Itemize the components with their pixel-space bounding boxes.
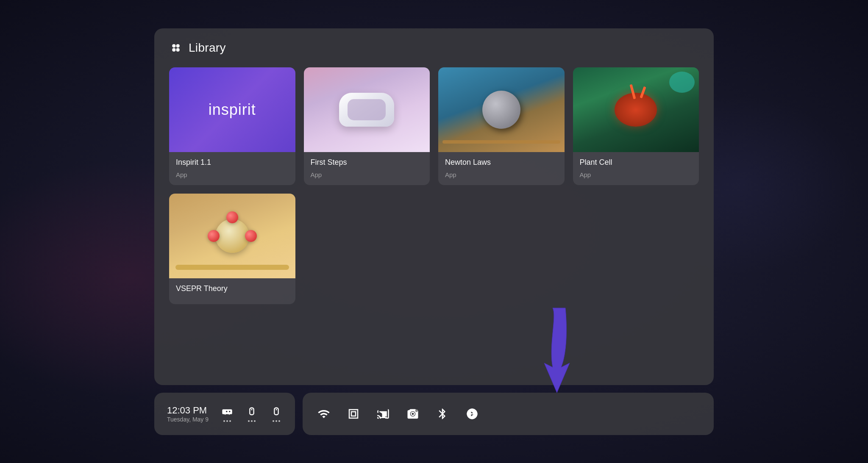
app-card-first-steps[interactable]: First Steps App <box>304 67 430 185</box>
vsepr-center-shape <box>215 219 249 253</box>
app-type-newton-laws: App <box>445 171 558 178</box>
taskbar-area: 12:03 PM Tuesday, May 9 <box>154 393 714 435</box>
thumb-newtonlaws <box>438 67 565 152</box>
vsepr-atom2 <box>208 230 220 242</box>
cell-body-shape <box>615 93 657 127</box>
app-thumbnail-first-steps <box>304 67 430 152</box>
taskbar-right <box>303 393 714 435</box>
app-name-inspirit: Inspirit 1.1 <box>176 158 289 167</box>
vsepr-atom1 <box>226 211 238 223</box>
time-display: 12:03 PM Tuesday, May 9 <box>167 405 209 423</box>
controller-right-dots <box>273 420 280 422</box>
library-title: Library <box>189 41 226 55</box>
vsepr-platform-shape <box>175 265 289 270</box>
app-grid-row1: inspirit Inspirit 1.1 App First Steps <box>169 67 699 185</box>
camera-settings-icon[interactable] <box>406 408 419 420</box>
date-text: Tuesday, May 9 <box>167 416 209 423</box>
app-info-inspirit: Inspirit 1.1 App <box>169 152 295 185</box>
profile-settings-icon[interactable] <box>466 408 479 420</box>
vr-headset-dots <box>223 420 231 422</box>
cell-spike2 <box>640 86 646 98</box>
main-container: Library inspirit Inspirit 1.1 App <box>154 28 714 435</box>
app-info-plant-cell: Plant Cell App <box>573 152 699 185</box>
svg-point-1 <box>176 44 180 47</box>
app-info-first-steps: First Steps App <box>304 152 430 185</box>
newton-ball-shape <box>482 91 520 129</box>
app-thumbnail-newton-laws <box>438 67 565 152</box>
app-card-newton-laws[interactable]: Newton Laws App <box>438 67 565 185</box>
thumb-vsepr <box>169 194 295 278</box>
vr-headset-shape <box>339 93 394 127</box>
library-header: Library <box>169 41 699 55</box>
app-thumbnail-plant-cell <box>573 67 699 152</box>
app-info-vsepr: VSEPR Theory <box>169 278 295 304</box>
app-thumbnail-vsepr <box>169 194 295 278</box>
teal-patch-shape <box>669 72 695 93</box>
app-thumbnail-inspirit: inspirit <box>169 67 295 152</box>
app-name-newton-laws: Newton Laws <box>445 158 558 167</box>
taskbar-left: 12:03 PM Tuesday, May 9 <box>154 393 295 435</box>
app-grid-row2: VSEPR Theory <box>169 194 699 304</box>
app-card-vsepr[interactable]: VSEPR Theory <box>169 194 295 304</box>
app-info-newton-laws: Newton Laws App <box>438 152 565 185</box>
svg-point-2 <box>172 48 175 51</box>
cast-icon[interactable] <box>377 408 389 420</box>
app-name-first-steps: First Steps <box>311 158 423 167</box>
app-type-first-steps: App <box>311 171 423 178</box>
app-type-inspirit: App <box>176 171 289 178</box>
thumb-plantcell <box>573 67 699 152</box>
library-icon <box>169 41 183 55</box>
vsepr-atom3 <box>245 230 257 242</box>
app-card-inspirit[interactable]: inspirit Inspirit 1.1 App <box>169 67 295 185</box>
thumb-inspirit: inspirit <box>169 67 295 152</box>
controller-left-taskbar-icon[interactable] <box>246 406 258 422</box>
library-panel: Library inspirit Inspirit 1.1 App <box>154 28 714 385</box>
newton-track-shape <box>442 140 560 144</box>
cell-spike1 <box>630 84 636 99</box>
controller-left-dots <box>248 420 256 422</box>
app-card-plant-cell[interactable]: Plant Cell App <box>573 67 699 185</box>
inspirit-logo-text: inspirit <box>209 101 256 119</box>
thumb-firststeps <box>304 67 430 152</box>
bluetooth-icon[interactable] <box>436 408 449 420</box>
wifi-icon[interactable] <box>317 408 330 420</box>
app-name-vsepr: VSEPR Theory <box>176 284 289 293</box>
svg-point-0 <box>172 44 175 47</box>
time-text: 12:03 PM <box>167 405 209 416</box>
app-name-plant-cell: Plant Cell <box>580 158 693 167</box>
app-type-plant-cell: App <box>580 171 693 178</box>
vr-headset-taskbar-icon[interactable] <box>221 406 233 422</box>
controller-right-taskbar-icon[interactable] <box>270 406 282 422</box>
svg-point-3 <box>176 48 180 51</box>
boundary-icon[interactable] <box>347 408 360 420</box>
